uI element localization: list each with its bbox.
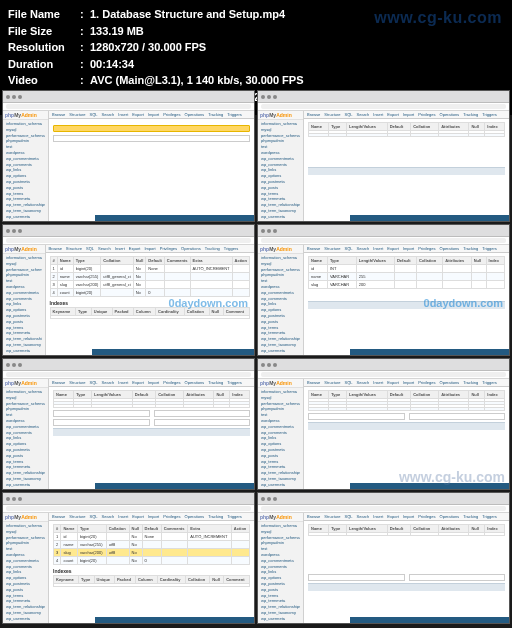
db-tree-item[interactable]: performance_schema [6,536,45,541]
db-tree-item[interactable]: wp_termmeta [6,465,45,470]
db-tree-item[interactable]: wp_options [6,308,42,313]
pma-tab[interactable]: Search [102,514,115,519]
db-tree-item[interactable]: phpmyadmin [261,273,300,278]
pma-tab[interactable]: Insert [373,112,383,117]
db-tree-item[interactable]: performance_schema [6,402,45,407]
struct-col[interactable]: # [50,257,57,265]
db-tree-item[interactable]: wp_options [6,174,45,179]
addcols-col[interactable]: Null [469,123,485,131]
struct-col[interactable]: Default [146,257,165,265]
db-tree-item[interactable]: performance_schema [261,536,300,541]
pma-tab[interactable]: Operations [440,112,460,117]
db-tree-item[interactable]: test [261,413,300,418]
pma-tabs[interactable]: BrowseStructureSQLSearchInsertExportImpo… [46,245,254,253]
addcols-col[interactable]: Name [309,123,329,131]
db-tree-item[interactable]: wp_options [261,576,300,581]
pma-tab[interactable]: Operations [185,112,205,117]
pma-tab[interactable]: Search [357,246,370,251]
index-col[interactable]: Collation [186,576,210,584]
pma-tab[interactable]: Search [102,380,115,385]
db-tree-item[interactable]: test [261,547,300,552]
db-tree-item[interactable]: wp_posts [261,186,300,191]
db-tree-item[interactable]: wp_postmeta [261,180,300,185]
db-tree-item[interactable]: test [6,279,42,284]
structure-table[interactable]: #NameTypeCollationNullDefaultCommentsExt… [50,256,250,297]
db-tree-item[interactable]: information_schema [6,122,45,127]
addcols-col[interactable]: Name [309,525,329,533]
pma-tab[interactable]: SQL [345,112,353,117]
struct-col[interactable]: Type [77,525,106,533]
pma-tab[interactable]: Triggers [482,514,497,519]
pma-tab[interactable]: SQL [90,380,98,385]
db-tree-item[interactable]: wp_postmeta [6,582,45,587]
db-tree-item[interactable]: wp_termmeta [6,197,45,202]
pma-tab[interactable]: Browse [307,112,320,117]
index-col[interactable]: Null [209,308,223,316]
pma-tab[interactable]: Privileges [418,514,435,519]
addcols-col[interactable]: Length/Values [346,123,387,131]
db-tree-item[interactable]: wp_commentmeta [6,425,45,430]
db-tree-item[interactable]: wp_term_relationships [6,337,42,342]
db-tree-item[interactable]: wp_postmeta [6,448,45,453]
addcols-col[interactable]: Type [329,123,347,131]
struct-col[interactable]: Extra [188,525,232,533]
db-tree-item[interactable]: wp_posts [6,320,42,325]
addcols-col[interactable]: Null [469,525,485,533]
db-tree-item[interactable]: wp_termmeta [261,197,300,202]
pma-tab[interactable]: Search [102,112,115,117]
addcols-col[interactable]: Default [394,257,416,265]
db-tree-item[interactable]: wp_terms [261,460,300,465]
index-col[interactable]: Collation [184,308,209,316]
addcols-col[interactable]: Type [329,525,347,533]
pma-tab[interactable]: Insert [118,380,128,385]
index-col[interactable]: Null [210,576,224,584]
addcols-col[interactable]: Null [469,391,485,399]
addcols-col[interactable]: Index [486,257,504,265]
db-tree-item[interactable]: wp_usermeta [261,483,300,488]
pma-tabs[interactable]: BrowseStructureSQLSearchInsertExportImpo… [49,111,254,119]
db-tree-item[interactable]: information_schema [261,256,300,261]
pma-tab[interactable]: Structure [324,380,340,385]
db-tree-item[interactable]: wordpress [6,285,42,290]
index-col[interactable]: Keyname [54,576,79,584]
pma-tab[interactable]: Privileges [163,112,180,117]
pma-tab[interactable]: SQL [345,246,353,251]
db-tree-item[interactable]: wordpress [261,285,300,290]
pma-tab[interactable]: Export [132,514,144,519]
pma-tab[interactable]: Triggers [227,514,242,519]
db-tree-item[interactable]: wp_comments [6,565,45,570]
pma-tab[interactable]: Insert [115,246,125,251]
pma-tab[interactable]: Operations [440,380,460,385]
pma-tab[interactable]: Search [357,112,370,117]
db-tree-item[interactable]: wp_commentmeta [261,559,300,564]
index-col[interactable]: Unique [91,308,112,316]
pma-tab[interactable]: Tracking [208,112,223,117]
addcols-col[interactable]: Index [230,391,250,399]
pma-tab[interactable]: Tracking [463,380,478,385]
pma-tab[interactable]: Privileges [163,514,180,519]
create-table-bar[interactable] [53,125,250,132]
index-col[interactable]: Cardinality [157,576,185,584]
db-tree-item[interactable]: phpmyadmin [6,541,45,546]
db-tree-item[interactable]: wp_terms [6,460,45,465]
addcols-col[interactable]: Type [327,257,356,265]
pma-tab[interactable]: Triggers [227,112,242,117]
addcols-col[interactable]: Attributes [439,391,469,399]
pma-tab[interactable]: Search [357,380,370,385]
pma-tab[interactable]: Operations [440,246,460,251]
addcols-col[interactable]: Type [74,391,92,399]
db-tree-item[interactable]: performance_schema [261,268,300,273]
db-tree-item[interactable]: wp_links [6,436,45,441]
pma-tab[interactable]: Browse [49,246,62,251]
db-tree-item[interactable]: wp_termmeta [261,331,300,336]
addcols-table[interactable]: NameTypeLength/ValuesDefaultCollationAtt… [308,390,505,411]
pma-tab[interactable]: Import [148,112,159,117]
db-tree-item[interactable]: wordpress [6,553,45,558]
pma-tab[interactable]: Search [98,246,111,251]
db-tree-item[interactable]: wp_links [261,302,300,307]
pma-tab[interactable]: Structure [69,514,85,519]
addcols-col[interactable]: Collation [411,391,439,399]
pma-tab[interactable]: SQL [90,514,98,519]
db-tree-item[interactable]: wp_terms [261,192,300,197]
db-tree-item[interactable]: wp_term_relationships [6,471,45,476]
